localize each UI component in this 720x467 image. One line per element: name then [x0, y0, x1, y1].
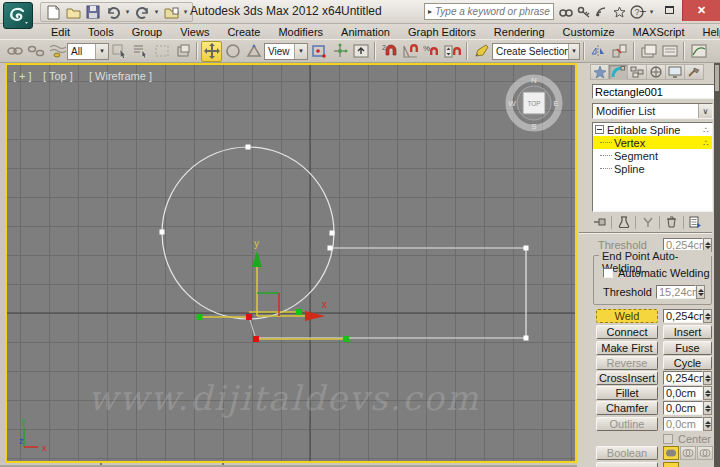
angle-snap-icon[interactable]: [400, 41, 421, 62]
automatic-welding-checkbox[interactable]: [603, 268, 613, 278]
weld-spinner-arrows[interactable]: [703, 309, 712, 323]
tab-display[interactable]: [666, 64, 685, 80]
percent-snap-icon[interactable]: %: [421, 41, 442, 62]
cycle-button[interactable]: Cycle: [663, 356, 712, 370]
fillet-value[interactable]: 0,0cm: [663, 386, 703, 400]
fuse-button[interactable]: Fuse: [663, 341, 712, 355]
align-icon[interactable]: [609, 41, 630, 62]
undo-icon[interactable]: [104, 4, 122, 21]
tab-motion[interactable]: [647, 64, 666, 80]
spline-rectangle[interactable]: [256, 248, 526, 338]
use-pivot-point-center-icon[interactable]: [308, 41, 329, 62]
viewport-view-label[interactable]: [ Top ]: [43, 70, 73, 82]
viewcube-south[interactable]: S: [531, 122, 536, 131]
rectangular-selection-region-icon[interactable]: [151, 41, 172, 62]
search-binoculars-icon[interactable]: [558, 5, 573, 20]
stack-row-spline[interactable]: Spline: [593, 162, 712, 175]
redo-icon[interactable]: [133, 4, 151, 21]
subscription-center-key-icon[interactable]: [576, 5, 591, 20]
layer-manager-icon[interactable]: [638, 41, 659, 62]
crossinsert-spinner-arrows[interactable]: [703, 371, 712, 385]
boolean-intersect-icon[interactable]: [697, 446, 713, 460]
tab-utilities[interactable]: [685, 64, 704, 80]
collapse-icon[interactable]: [595, 125, 604, 134]
unlink-selection-icon[interactable]: [25, 41, 46, 62]
vertex[interactable]: [160, 230, 165, 235]
viewport-shading-label[interactable]: [ Wireframe ]: [89, 70, 152, 82]
keyboard-shortcut-override-icon[interactable]: [350, 41, 371, 62]
menu-create[interactable]: Create: [218, 26, 269, 38]
viewcube[interactable]: TOP N E S W: [508, 76, 559, 131]
edit-named-selection-sets-icon[interactable]: [471, 41, 492, 62]
menu-edit[interactable]: Edit: [42, 26, 79, 38]
remove-modifier-icon[interactable]: [662, 215, 681, 230]
boolean-button[interactable]: Boolean: [596, 446, 658, 460]
crossinsert-button[interactable]: CrossInsert: [596, 371, 658, 385]
reference-coordinate-system-dropdown[interactable]: View ▾: [264, 43, 308, 60]
vertex[interactable]: [524, 246, 529, 251]
bezier-handle-box[interactable]: [197, 314, 203, 320]
search-flyout-icon[interactable]: ▸: [425, 7, 435, 16]
curve-editor-icon[interactable]: [688, 41, 709, 62]
menu-tools[interactable]: Tools: [79, 26, 123, 38]
menu-animation[interactable]: Animation: [332, 26, 399, 38]
vertex[interactable]: [330, 231, 335, 236]
project-folder-icon[interactable]: [162, 4, 180, 21]
stack-row-segment[interactable]: Segment: [593, 149, 712, 162]
menu-group[interactable]: Group: [123, 26, 172, 38]
reverse-button[interactable]: Reverse: [596, 356, 658, 370]
make-unique-icon[interactable]: [638, 215, 657, 230]
panel-scrollbar[interactable]: [714, 63, 720, 467]
vertex[interactable]: [524, 336, 529, 341]
menu-views[interactable]: Views: [171, 26, 218, 38]
configure-modifier-sets-icon[interactable]: [686, 215, 705, 230]
select-and-link-icon[interactable]: [4, 41, 25, 62]
autoweld-spinner-arrows[interactable]: [696, 285, 705, 299]
viewcube-east[interactable]: E: [553, 99, 558, 108]
stack-row-editable-spline[interactable]: Editable Spline ∴: [593, 123, 712, 136]
mirror-button-clipped[interactable]: [596, 462, 658, 467]
application-menu-button[interactable]: [3, 2, 33, 29]
insert-button[interactable]: Insert: [663, 325, 712, 339]
fillet-spinner-arrows[interactable]: [703, 386, 712, 400]
toolbar-options-caret[interactable]: ▾: [182, 8, 189, 16]
center-checkbox[interactable]: [663, 434, 673, 444]
select-and-scale-icon[interactable]: [243, 41, 264, 62]
spline-circle[interactable]: [162, 147, 334, 319]
new-scene-icon[interactable]: [44, 4, 62, 21]
pin-stack-icon[interactable]: [590, 215, 609, 230]
menu-maxscript[interactable]: MAXScript: [624, 26, 694, 38]
graphite-ribbon-toggle-icon[interactable]: [659, 41, 680, 62]
close-button[interactable]: ✕: [682, 0, 720, 21]
viewcube-west[interactable]: W: [508, 99, 516, 108]
minimize-button[interactable]: –: [630, 0, 656, 20]
modifier-list-dropdown[interactable]: Modifier List ∨: [592, 103, 713, 119]
tab-hierarchy[interactable]: [628, 64, 647, 80]
vertex[interactable]: [246, 145, 251, 150]
chamfer-button[interactable]: Chamfer: [596, 401, 658, 415]
fillet-button[interactable]: Fillet: [596, 386, 658, 400]
crossinsert-value[interactable]: 0,254cm: [663, 371, 703, 385]
bezier-handle-box[interactable]: [343, 336, 349, 342]
boolean-subtract-icon[interactable]: [680, 446, 696, 460]
chamfer-spinner-arrows[interactable]: [703, 401, 712, 415]
menu-help[interactable]: Help: [694, 26, 720, 38]
bind-to-space-warp-icon[interactable]: [46, 41, 67, 62]
menu-graph-editors[interactable]: Graph Editors: [399, 26, 485, 38]
mirror-icon[interactable]: [588, 41, 609, 62]
selected-vertex[interactable]: [246, 314, 252, 320]
autoweld-threshold-value[interactable]: 15,24cm: [656, 285, 696, 299]
tab-create[interactable]: [590, 64, 609, 80]
tab-modify[interactable]: [609, 64, 628, 80]
selection-filter-dropdown[interactable]: All ▾: [67, 43, 109, 60]
open-file-icon[interactable]: [64, 4, 82, 21]
boolean-union-icon[interactable]: [663, 446, 679, 460]
spinner-snap-icon[interactable]: [442, 41, 463, 62]
show-end-result-icon[interactable]: [614, 215, 633, 230]
mirror-op-icon-clipped[interactable]: [663, 462, 679, 467]
stack-row-vertex[interactable]: Vertex ∴: [593, 136, 712, 149]
make-first-button[interactable]: Make First: [596, 341, 658, 355]
select-and-move-icon[interactable]: [201, 41, 222, 62]
selected-vertex[interactable]: [253, 336, 259, 342]
menu-modifiers[interactable]: Modifiers: [269, 26, 332, 38]
